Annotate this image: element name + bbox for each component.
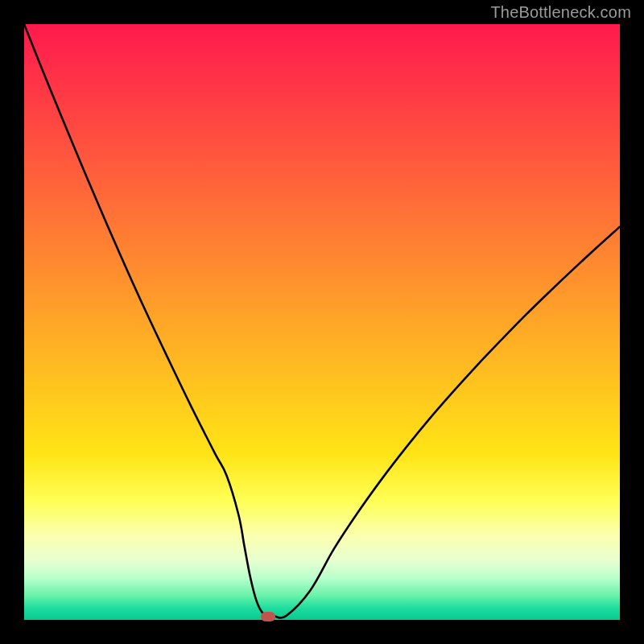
- bottleneck-curve: [24, 24, 620, 620]
- plot-area: [24, 24, 620, 620]
- chart-frame: TheBottleneck.com: [0, 0, 644, 644]
- optimal-point-marker: [261, 612, 275, 621]
- attribution-text: TheBottleneck.com: [490, 3, 631, 22]
